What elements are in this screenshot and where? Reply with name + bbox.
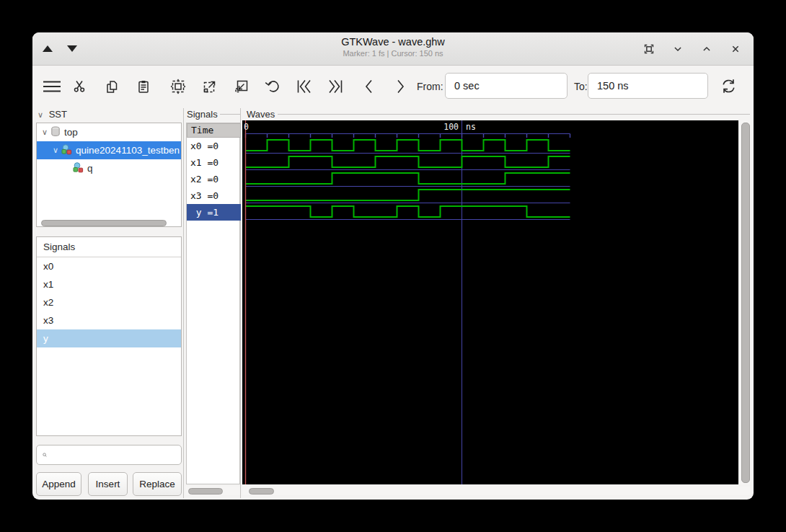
minimize-icon[interactable] bbox=[668, 40, 687, 58]
waves-hscrollbar-thumb[interactable] bbox=[249, 488, 274, 495]
from-label: From: bbox=[417, 66, 443, 107]
menu-icon[interactable] bbox=[40, 66, 64, 107]
list-item-y[interactable]: y bbox=[37, 329, 181, 347]
zoom-fit-icon[interactable] bbox=[166, 66, 190, 107]
zoom-to-end-icon[interactable] bbox=[323, 66, 348, 107]
append-button[interactable]: Append bbox=[36, 472, 81, 496]
tree-item-label: q bbox=[87, 163, 93, 174]
signal-values-panel: Time x0 =0 x1 =0 x2 =0 x3 =0 y =1 bbox=[186, 123, 240, 484]
tree-item-testbench[interactable]: ∨ quine20241103_testben bbox=[37, 141, 181, 159]
signals-panel-label: Signals bbox=[187, 109, 218, 120]
chevron-down-icon[interactable]: ∨ bbox=[42, 128, 48, 137]
pane-splitter-left[interactable] bbox=[183, 108, 184, 498]
gtkwave-window: GTKWave - wave.ghw Marker: 1 fs | Cursor… bbox=[32, 32, 754, 500]
copy-icon[interactable] bbox=[100, 66, 124, 107]
wave-area[interactable]: 0 100 ns bbox=[242, 120, 738, 484]
zoom-out-icon[interactable] bbox=[229, 66, 254, 107]
tree-item-label: quine20241103_testben bbox=[76, 145, 180, 156]
to-input[interactable] bbox=[588, 73, 708, 99]
undo-icon[interactable] bbox=[261, 66, 286, 107]
cut-icon[interactable] bbox=[67, 66, 92, 107]
shift-pane-up-icon[interactable] bbox=[43, 45, 53, 52]
values-hscrollbar-thumb[interactable] bbox=[188, 488, 223, 495]
tree-item-q[interactable]: q bbox=[37, 159, 181, 177]
shift-pane-down-icon[interactable] bbox=[67, 45, 77, 52]
tree-hscrollbar-thumb[interactable] bbox=[41, 220, 167, 226]
timeline-major-unit: ns bbox=[466, 122, 476, 132]
list-item-x0[interactable]: x0 bbox=[37, 257, 181, 275]
replace-button[interactable]: Replace bbox=[133, 472, 182, 496]
sst-tree: ∨ top ∨ quine20241103_testben bbox=[36, 123, 182, 227]
value-row-x0[interactable]: x0 =0 bbox=[187, 138, 241, 154]
titlebar[interactable]: GTKWave - wave.ghw Marker: 1 fs | Cursor… bbox=[32, 32, 754, 66]
values-hscrollbar-track[interactable] bbox=[185, 487, 240, 495]
waves-panel-label: Waves bbox=[247, 109, 275, 120]
value-row-x1[interactable]: x1 =0 bbox=[187, 154, 241, 171]
list-item-x3[interactable]: x3 bbox=[37, 311, 181, 329]
tree-item-label: top bbox=[64, 127, 78, 138]
maximize-icon[interactable] bbox=[697, 40, 716, 58]
list-item-x2[interactable]: x2 bbox=[37, 293, 181, 311]
search-input[interactable] bbox=[51, 445, 181, 465]
chevron-down-icon: ∨ bbox=[37, 110, 43, 119]
value-row-y[interactable]: y =1 bbox=[187, 204, 241, 221]
find-previous-edge-icon[interactable] bbox=[357, 66, 381, 107]
to-label: To: bbox=[574, 66, 588, 107]
zoom-in-icon[interactable] bbox=[198, 66, 222, 107]
toolbar: From: To: bbox=[32, 66, 754, 107]
signal-list: Signals x0 x1 x2 x3 y bbox=[36, 236, 182, 436]
signal-list-header: Signals bbox=[37, 237, 181, 257]
waves-vscrollbar-track[interactable] bbox=[740, 120, 751, 484]
time-header[interactable]: Time bbox=[187, 123, 241, 138]
waves-vscrollbar-thumb[interactable] bbox=[741, 123, 750, 483]
sst-label: SST bbox=[49, 109, 67, 120]
find-next-edge-icon[interactable] bbox=[388, 66, 412, 107]
module-icon bbox=[73, 162, 84, 175]
module-icon bbox=[61, 144, 72, 157]
button-row: Append Insert Replace bbox=[32, 472, 184, 496]
sst-expander[interactable]: ∨ SST bbox=[37, 109, 67, 120]
signals-frame-line bbox=[220, 114, 240, 115]
insert-button[interactable]: Insert bbox=[88, 472, 128, 496]
waves-frame-line bbox=[278, 114, 750, 115]
tree-item-top[interactable]: ∨ top bbox=[37, 123, 181, 141]
value-row-x3[interactable]: x3 =0 bbox=[187, 187, 241, 204]
timeline-major-number: 100 bbox=[438, 122, 459, 132]
main-content: ∨ SST ∨ top ∨ quine20241103_testben bbox=[32, 107, 754, 500]
timeline-zero-label: 0 bbox=[244, 122, 249, 132]
reload-icon[interactable] bbox=[716, 66, 741, 107]
search-icon bbox=[43, 450, 47, 460]
paste-icon[interactable] bbox=[131, 66, 156, 107]
value-row-x2[interactable]: x2 =0 bbox=[187, 171, 241, 187]
signal-search[interactable] bbox=[36, 445, 182, 465]
close-icon[interactable] bbox=[726, 40, 745, 58]
list-item-x1[interactable]: x1 bbox=[37, 275, 181, 293]
wave-canvas[interactable] bbox=[242, 120, 738, 484]
hierarchy-root-icon bbox=[50, 126, 61, 139]
zoom-to-start-icon[interactable] bbox=[292, 66, 317, 107]
waves-hscrollbar-track[interactable] bbox=[242, 487, 751, 495]
fullscreen-icon[interactable] bbox=[640, 40, 658, 58]
chevron-down-icon[interactable]: ∨ bbox=[53, 146, 58, 155]
from-input[interactable] bbox=[445, 73, 568, 99]
desktop: GTKWave - wave.ghw Marker: 1 fs | Cursor… bbox=[0, 0, 786, 532]
